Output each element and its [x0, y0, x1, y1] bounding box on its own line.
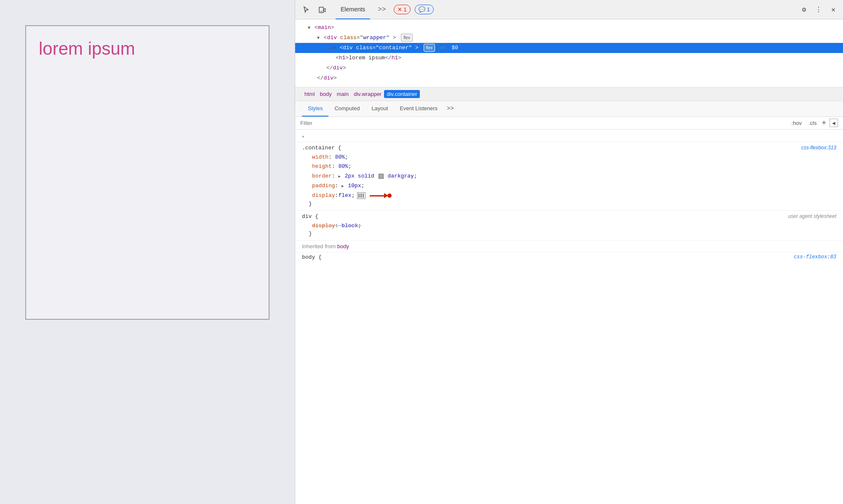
more-tabs-icon[interactable]: >> [374, 4, 389, 15]
settings-icon[interactable]: ⚙ [800, 4, 809, 16]
breadcrumb-div-container[interactable]: div.container [384, 90, 420, 98]
flex-badge-container[interactable]: flex [424, 44, 435, 52]
error-count: 1 [404, 6, 407, 13]
rule-selector-div[interactable]: div { [302, 213, 836, 220]
demo-heading: lorem ipsum [39, 39, 135, 59]
prop-display-ua[interactable]: display: block; [302, 221, 836, 231]
expand-border-icon[interactable]: ▶ [338, 175, 340, 179]
demo-container: lorem ipsum [25, 25, 269, 320]
webpage-preview: lorem ipsum [0, 0, 295, 504]
error-icon: ✕ [397, 6, 402, 13]
container-rule: css-flexbox:313 .container { width: 80%;… [295, 142, 843, 211]
prop-padding[interactable]: padding: ▶ 10px; [302, 181, 836, 191]
breadcrumb-bar: html body main div.wrapper div.container [295, 88, 843, 101]
breadcrumb-body[interactable]: body [317, 90, 334, 98]
rule-source-container[interactable]: css-flexbox:313 [801, 145, 836, 151]
breadcrumb-div-wrapper[interactable]: div.wrapper [351, 90, 384, 98]
rule-selector-container[interactable]: .container { [302, 145, 836, 151]
div-ua-rule: user agent stylesheet div { display: blo… [295, 211, 843, 241]
info-icon: 💬 [419, 6, 425, 13]
svg-rect-1 [324, 8, 325, 12]
triangle-main: ▼ [308, 26, 310, 30]
arrow-annotation [370, 194, 392, 198]
filter-bar: :hov .cls + ◀ [295, 117, 843, 130]
dom-line-container[interactable]: … ▼ <div class="container" > flex == $0 [295, 43, 843, 53]
dom-line-div-close1[interactable]: </div> [295, 63, 843, 73]
info-badge[interactable]: 💬 1 [415, 5, 434, 14]
user-agent-label: user agent stylesheet [788, 213, 836, 219]
filter-input[interactable] [300, 120, 786, 126]
panel-tabs: Styles Computed Layout Event Listeners >… [295, 101, 843, 117]
inherited-from-label: Inherited from body [295, 241, 843, 252]
triangle-container: ▼ [333, 46, 336, 50]
error-badge[interactable]: ✕ 1 [394, 5, 411, 14]
prop-height[interactable]: height: 80%; [302, 162, 836, 172]
rule-close-container: } [302, 201, 836, 207]
panel-tab-more[interactable]: >> [443, 101, 457, 117]
dom-line-div-close2[interactable]: </div> [295, 73, 843, 83]
cls-button[interactable]: .cls [807, 119, 819, 127]
flex-editor-icon[interactable] [357, 192, 365, 199]
info-count: 1 [427, 6, 430, 13]
filter-actions: :hov .cls + ◀ [790, 119, 838, 127]
expand-padding-icon[interactable]: ▶ [341, 184, 344, 188]
tab-styles[interactable]: Styles [302, 101, 328, 117]
prop-display[interactable]: display: flex; [302, 191, 836, 201]
tab-computed[interactable]: Computed [328, 101, 365, 117]
more-options-icon[interactable]: ⋮ [813, 4, 824, 16]
body-selector[interactable]: body { [302, 254, 322, 260]
dollar-zero: $0 [451, 45, 458, 51]
svg-rect-0 [319, 7, 323, 13]
dom-line-wrapper[interactable]: ▼ <div class="wrapper" > flex [295, 33, 843, 43]
dom-ellipsis: … [326, 45, 330, 51]
close-devtools-icon[interactable]: ✕ [829, 4, 838, 16]
devtools-toolbar: Elements >> ✕ 1 💬 1 ⚙ ⋮ ✕ [295, 0, 843, 19]
color-swatch-darkgray[interactable] [379, 174, 384, 179]
dom-line-h1[interactable]: <h1>lorem ipsum</h1> [295, 53, 843, 63]
styles-panel: , css-flexbox:313 .container { width: 80… [295, 130, 843, 504]
flex-badge-wrapper[interactable]: flex [401, 34, 413, 42]
prop-width[interactable]: width: 80%; [302, 153, 836, 162]
inspect-icon[interactable] [300, 4, 312, 16]
prop-border[interactable]: border: ▶ 2px solid darkgray; [302, 172, 836, 181]
dom-line-main[interactable]: ▼ <main> [295, 23, 843, 33]
body-rule-source[interactable]: css-flexbox:83 [794, 254, 836, 260]
toolbar-tabs: Elements [336, 0, 370, 19]
devtools-panel: Elements >> ✕ 1 💬 1 ⚙ ⋮ ✕ ▼ <main> ▼ <di… [295, 0, 843, 504]
collapse-button[interactable]: ◀ [830, 119, 838, 127]
device-icon[interactable] [316, 4, 328, 16]
tab-elements[interactable]: Elements [336, 0, 370, 19]
tab-event-listeners[interactable]: Event Listeners [394, 101, 443, 117]
inherited-source[interactable]: body [337, 243, 349, 249]
add-style-button[interactable]: + [822, 119, 826, 127]
rule-close-div: } [302, 231, 836, 237]
breadcrumb-main[interactable]: main [334, 90, 351, 98]
breadcrumb-html[interactable]: html [302, 90, 317, 98]
partial-rule: , [295, 130, 843, 142]
dom-tree: ▼ <main> ▼ <div class="wrapper" > flex …… [295, 19, 843, 88]
body-rule-partial: css-flexbox:83 body { [295, 252, 843, 260]
hov-button[interactable]: :hov [790, 119, 803, 127]
tab-layout[interactable]: Layout [365, 101, 394, 117]
triangle-wrapper: ▼ [317, 36, 320, 40]
